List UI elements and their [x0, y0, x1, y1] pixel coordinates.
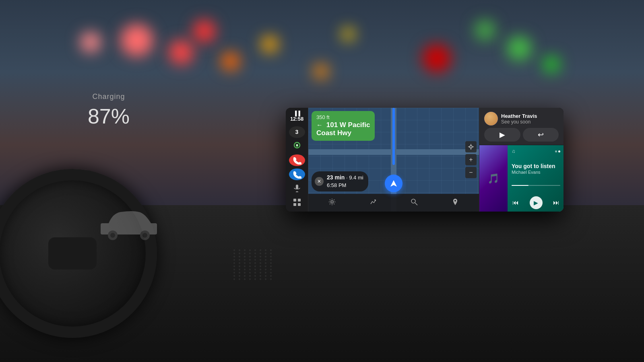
music-progress-fill	[512, 185, 528, 186]
music-prev-button[interactable]: ⏮	[512, 198, 520, 207]
charging-label: Charging	[40, 93, 177, 101]
phone-button[interactable]	[289, 154, 305, 166]
svg-point-21	[411, 199, 415, 203]
zoom-out-icon: −	[469, 169, 473, 176]
nav-distance: 350 ft	[316, 114, 370, 120]
speaker-grille: // Generate speaker dots inline	[233, 249, 274, 314]
call-button[interactable]	[289, 169, 305, 180]
music-top-bar: ♫	[512, 148, 560, 154]
svg-rect-10	[293, 199, 296, 202]
trip-distance: 9.4 mi	[349, 175, 363, 181]
zoom-out-button[interactable]: −	[465, 167, 477, 178]
status-bar: ▐▐ 12:58	[290, 111, 303, 122]
location-button[interactable]	[465, 141, 477, 152]
trip-eta: 6:58 PM	[327, 182, 363, 189]
music-progress-bar[interactable]	[512, 185, 560, 186]
music-title: You got to listen	[512, 163, 560, 170]
message-card: Heather Travis See you soon ▶ ↩	[479, 108, 564, 145]
play-message-button[interactable]: ▶	[484, 128, 520, 142]
map-area[interactable]: 350 ft ← 101 W PacificCoast Hwy ✕ 23 min…	[308, 108, 479, 212]
bokeh-light-9	[507, 36, 531, 60]
map-toolbar	[308, 194, 479, 212]
album-art-image: 🎵	[479, 145, 508, 212]
avatar-image	[484, 112, 498, 125]
bokeh-light-6	[193, 20, 215, 42]
svg-point-6	[296, 144, 298, 146]
music-dot-1	[555, 150, 557, 152]
music-dots	[555, 150, 560, 152]
steering-wheel-hub	[48, 237, 97, 269]
svg-rect-7	[296, 185, 298, 189]
zoom-in-icon: +	[469, 156, 473, 163]
reply-message-button[interactable]: ↩	[523, 128, 559, 142]
svg-rect-11	[298, 199, 301, 202]
time-display: 12:58	[290, 116, 303, 122]
turn-direction-icon: ←	[316, 121, 323, 129]
svg-rect-12	[293, 203, 296, 206]
search-toolbar-button[interactable]	[407, 197, 421, 209]
car-silhouette	[93, 205, 165, 241]
instrument-cluster: Charging 87%	[40, 93, 177, 193]
trip-text: 23 min · 9.4 mi 6:58 PM	[327, 174, 363, 189]
bokeh-light-11	[314, 64, 328, 78]
music-content: ♫ You got to listen Michael Evans ⏮ ▶	[508, 145, 564, 212]
trip-duration-distance: 23 min · 9.4 mi	[327, 174, 363, 182]
message-info: Heather Travis See you soon	[501, 113, 559, 125]
bokeh-light-2	[169, 40, 193, 64]
battery-percentage: 87%	[40, 104, 177, 128]
svg-rect-13	[298, 203, 301, 206]
music-controls: ⏮ ▶ ⏭	[512, 196, 560, 209]
navigation-card: 350 ft ← 101 W PacificCoast Hwy	[312, 111, 375, 141]
svg-point-20	[331, 201, 333, 203]
android-auto-display: ▐▐ 12:58 3	[286, 108, 564, 212]
svg-marker-14	[390, 180, 397, 187]
bokeh-light-8	[475, 20, 495, 40]
bokeh-light-1	[121, 24, 153, 56]
trip-info: ✕ 23 min · 9.4 mi 6:58 PM	[312, 171, 368, 191]
right-panel: Heather Travis See you soon ▶ ↩ 🎵 ♫	[479, 108, 564, 212]
svg-line-22	[415, 203, 417, 205]
music-play-button[interactable]: ▶	[530, 196, 543, 209]
message-preview: See you soon	[501, 119, 559, 125]
trip-close-button[interactable]: ✕	[315, 177, 324, 186]
music-app-icon: ♫	[512, 148, 515, 154]
trip-duration: 23 min	[327, 174, 345, 181]
route-toolbar-button[interactable]	[366, 197, 380, 209]
bokeh-light-3	[80, 32, 101, 52]
nav-street: ← 101 W PacificCoast Hwy	[316, 121, 370, 138]
microphone-button[interactable]	[289, 183, 305, 194]
contact-avatar	[484, 112, 498, 125]
notification-badge[interactable]: 3	[289, 126, 305, 138]
bokeh-light-5	[262, 36, 278, 52]
bokeh-light-10	[543, 56, 559, 72]
music-track-info: You got to listen Michael Evans	[512, 163, 560, 175]
svg-point-4	[142, 233, 147, 238]
svg-point-2	[110, 233, 115, 238]
sidebar: ▐▐ 12:58 3	[286, 108, 308, 212]
pin-toolbar-button[interactable]	[448, 197, 462, 209]
message-actions: ▶ ↩	[484, 128, 559, 142]
bokeh-light-12	[342, 28, 354, 40]
nav-street-name: 101 W PacificCoast Hwy	[316, 121, 370, 137]
svg-point-15	[470, 146, 472, 148]
nav-location-arrow	[385, 175, 402, 192]
music-dot-2	[558, 150, 560, 152]
maps-button[interactable]	[289, 140, 305, 152]
route-line	[392, 108, 395, 165]
music-artist: Michael Evans	[512, 170, 560, 175]
bokeh-light-4	[221, 52, 239, 70]
apps-button[interactable]	[289, 197, 305, 208]
bokeh-light-7	[423, 44, 451, 72]
message-header: Heather Travis See you soon	[484, 112, 559, 125]
zoom-in-button[interactable]: +	[465, 154, 477, 165]
steering-wheel	[0, 169, 157, 338]
sender-name: Heather Travis	[501, 113, 559, 119]
album-art: 🎵	[479, 145, 508, 212]
music-next-button[interactable]: ⏭	[552, 198, 560, 207]
music-card: 🎵 ♫ You got to listen Michael Evans	[479, 145, 564, 212]
settings-toolbar-button[interactable]	[325, 197, 339, 209]
map-controls: + −	[465, 141, 477, 178]
signal-icon: ▐▐	[293, 111, 300, 116]
